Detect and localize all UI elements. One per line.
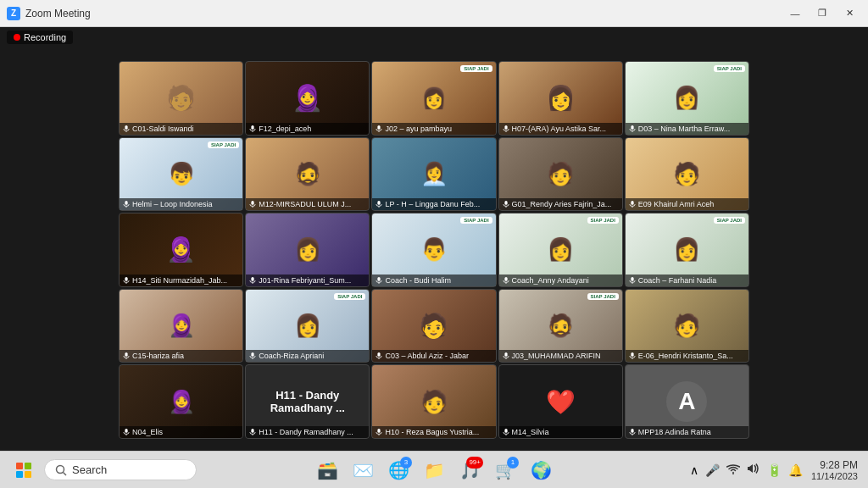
mail-icon[interactable]: ✉️ — [348, 455, 378, 485]
maximize-button[interactable]: ❐ — [810, 5, 834, 22]
svg-rect-10 — [125, 201, 127, 205]
siapjadi-logo-2: SIAP JADI — [460, 65, 492, 72]
window-controls: — ❐ ✕ — [783, 5, 861, 22]
svg-rect-22 — [252, 277, 254, 281]
taskbar: Search 🗃️ ✉️ 🌐 3 📁 🎵 99+ 🛒 1 🌍 ∧ 🎤 — [0, 451, 868, 488]
participant-avatar-24: A — [666, 381, 707, 422]
participant-label-16: Coach-Riza Apriani — [246, 350, 369, 362]
participant-label-11: J01-Rina Febriyanti_Sum... — [246, 274, 369, 286]
svg-rect-44 — [378, 429, 381, 433]
participant-label-8: G01_Rendy Aries Fajrin_Ja... — [499, 198, 622, 210]
spotify-badge: 99+ — [466, 457, 483, 469]
notification-icon[interactable]: 🔔 — [787, 462, 804, 479]
svg-rect-4 — [378, 125, 381, 130]
participant-tile-8: 🧑 G01_Rendy Aries Fajrin_Ja... — [498, 137, 623, 212]
svg-rect-20 — [125, 277, 127, 281]
svg-rect-8 — [631, 125, 633, 130]
zoom-app-icon: Z — [7, 7, 20, 20]
participant-tile-20: 🧕 N04_Elis — [119, 364, 243, 439]
battery-icon[interactable]: 🔋 — [765, 462, 783, 479]
clock[interactable]: 9:28 PM 11/14/2023 — [811, 459, 858, 481]
windows-logo — [16, 463, 31, 478]
participant-tile-6: 🧔 M12-MIRSADUL ULUM J... — [245, 137, 370, 212]
wifi-icon[interactable] — [725, 462, 742, 479]
participant-label-1: F12_depi_aceh — [246, 123, 369, 135]
video-grid: 🧑 C01-Saldi Iswandi 🧕 F12_depi_aceh 👩 SI… — [0, 27, 868, 447]
siapjadi-logo-12: SIAP JADI — [460, 217, 492, 224]
participant-label-18: J03_MUHAMMAD ARIFIN — [499, 350, 622, 362]
participant-text-label-21: H11 - Dandy Ramadhany ... — [246, 385, 369, 418]
svg-rect-0 — [125, 125, 127, 130]
svg-line-51 — [64, 472, 67, 475]
participant-tile-16: 👩 SIAP JADI Coach-Riza Apriani — [245, 289, 370, 363]
participant-tile-7: 👩‍💼 LP - H – Lingga Danu Feb... — [371, 137, 496, 212]
participant-label-23: M14_Silvia — [499, 426, 622, 438]
svg-rect-46 — [504, 429, 507, 433]
participant-tile-10: 🧕 H14_Siti Nurmazidah_Jab... — [119, 213, 243, 287]
participant-label-7: LP - H – Lingga Danu Feb... — [372, 198, 495, 210]
participant-label-12: Coach - Budi Halim — [372, 274, 495, 286]
participant-label-19: E-06_Hendri Kristanto_Sa... — [626, 350, 748, 362]
chrome-icon[interactable]: 🌐 3 — [383, 455, 414, 485]
title-bar: Z Zoom Meeting — ❐ ✕ — [0, 0, 868, 27]
minimize-button[interactable]: — — [783, 5, 807, 22]
participant-label-17: C03 – Abdul Aziz - Jabar — [372, 350, 495, 362]
volume-icon[interactable] — [745, 461, 762, 479]
participant-tile-13: 👩 SIAP JADI Coach_Anny Andayani — [498, 213, 623, 287]
participant-tile-18: 🧔 SIAP JADI J03_MUHAMMAD ARIFIN — [498, 289, 623, 363]
svg-rect-12 — [252, 201, 254, 205]
participant-tile-5: 👦 SIAP JADI Helmi – Loop Indonesia — [119, 137, 243, 212]
participant-tile-12: 👨 SIAP JADI Coach - Budi Halim — [371, 213, 496, 287]
spotify-icon[interactable]: 🎵 99+ — [454, 455, 485, 485]
svg-rect-34 — [378, 352, 381, 357]
svg-rect-24 — [378, 277, 381, 281]
svg-rect-30 — [125, 352, 127, 357]
siapjadi-logo-5: SIAP JADI — [208, 141, 239, 148]
svg-rect-18 — [631, 201, 633, 205]
search-bar[interactable]: Search — [44, 459, 197, 480]
svg-rect-2 — [252, 125, 254, 130]
file-explorer-icon[interactable]: 📁 — [419, 455, 449, 485]
participant-tile-17: 🧑 C03 – Abdul Aziz - Jabar — [371, 289, 496, 363]
edge-icon[interactable]: 🌍 — [526, 455, 556, 485]
participant-tile-4: 👩 SIAP JADI D03 – Nina Martha Erraw... — [625, 61, 749, 136]
participant-label-15: C15-hariza afia — [120, 350, 242, 362]
widgets-icon[interactable]: 🗃️ — [312, 455, 342, 485]
svg-rect-28 — [631, 277, 633, 281]
tray-expand-icon[interactable]: ∧ — [688, 462, 700, 479]
participant-label-6: M12-MIRSADUL ULUM J... — [246, 198, 369, 210]
close-button[interactable]: ✕ — [837, 5, 861, 22]
chrome-badge: 3 — [400, 457, 412, 469]
participant-tile-22: 🧑 H10 - Reza Bagus Yustria... — [371, 364, 496, 439]
svg-rect-14 — [378, 201, 381, 205]
participant-label-10: H14_Siti Nurmazidah_Jab... — [120, 274, 242, 286]
svg-rect-42 — [252, 429, 254, 433]
participant-tile-21: H11 - Dandy Ramadhany ... H11 - Dandy Ra… — [245, 364, 370, 439]
svg-rect-16 — [504, 201, 507, 205]
participant-label-24: MPP18 Adinda Ratna — [626, 426, 748, 438]
participant-tile-1: 🧕 F12_depi_aceh — [245, 61, 370, 136]
svg-rect-6 — [504, 125, 507, 130]
recording-indicator — [14, 34, 20, 41]
svg-rect-48 — [631, 429, 633, 433]
siapjadi-logo-18: SIAP JADI — [587, 293, 619, 300]
clock-time: 9:28 PM — [811, 459, 858, 471]
participant-label-13: Coach_Anny Andayani — [499, 274, 622, 286]
microsoft-store-icon[interactable]: 🛒 1 — [490, 455, 520, 485]
svg-rect-36 — [504, 352, 507, 357]
start-button[interactable] — [10, 457, 37, 484]
siapjadi-logo-16: SIAP JADI — [334, 293, 365, 300]
participant-label-2: J02 – ayu pambayu — [372, 123, 495, 135]
participant-tile-24: A MPP18 Adinda Ratna — [625, 364, 749, 439]
title-bar-left: Z Zoom Meeting — [7, 7, 91, 20]
participant-tile-14: 👩 SIAP JADI Coach – Farhani Nadia — [625, 213, 749, 287]
participant-label-0: C01-Saldi Iswandi — [120, 123, 242, 135]
participant-label-14: Coach – Farhani Nadia — [626, 274, 748, 286]
microphone-icon[interactable]: 🎤 — [704, 462, 721, 479]
search-icon — [55, 464, 67, 476]
recording-label: Recording — [24, 32, 66, 42]
participant-label-3: H07-(ARA) Ayu Astika Sar... — [499, 123, 622, 135]
svg-rect-40 — [125, 429, 127, 433]
participant-label-21: H11 - Dandy Ramadhany ... — [246, 426, 369, 438]
svg-rect-32 — [252, 352, 254, 357]
